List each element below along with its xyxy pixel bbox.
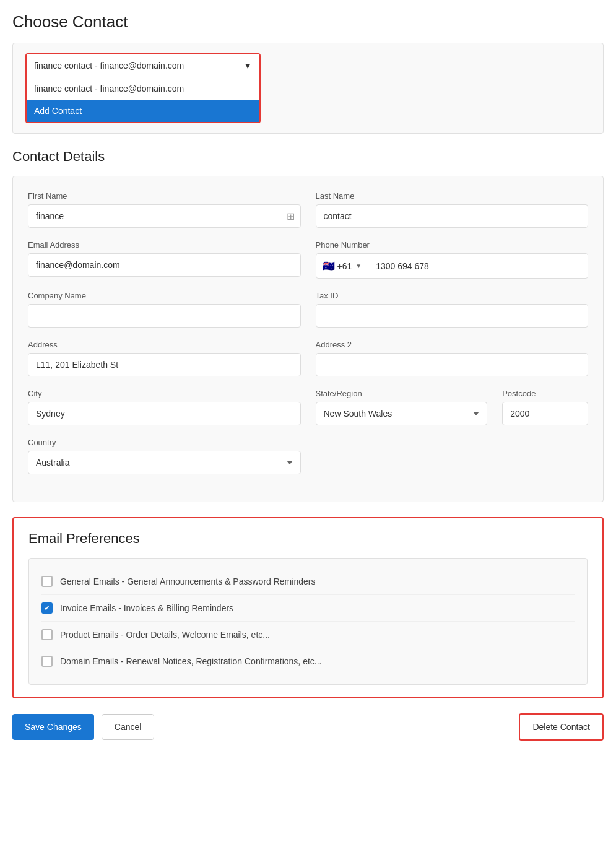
- company-label: Company Name: [28, 291, 301, 300]
- last-name-group: Last Name: [316, 191, 589, 228]
- tax-group: Tax ID: [316, 291, 589, 328]
- delete-contact-button[interactable]: Delete Contact: [519, 713, 604, 741]
- contact-option-add[interactable]: Add Contact: [27, 100, 259, 122]
- phone-code-arrow: ▼: [355, 263, 362, 269]
- email-label: Email Address: [28, 240, 301, 250]
- first-name-input-wrapper: ⊞: [28, 204, 301, 228]
- email-pref-invoice: Invoice Emails - Invoices & Billing Remi…: [41, 594, 575, 621]
- country-select[interactable]: Australia: [28, 451, 301, 474]
- country-label: Country: [28, 438, 301, 447]
- country-group: Country Australia: [28, 438, 301, 474]
- tax-input[interactable]: [316, 304, 589, 328]
- cancel-button[interactable]: Cancel: [102, 714, 155, 740]
- email-phone-row: Email Address Phone Number 🇦🇺 +61 ▼: [28, 240, 588, 279]
- email-pref-general: General Emails - General Announcements &…: [41, 568, 575, 594]
- email-pref-domain-checkbox[interactable]: [41, 656, 53, 667]
- tax-label: Tax ID: [316, 291, 589, 300]
- state-select[interactable]: New South Wales: [316, 402, 488, 425]
- email-pref-domain-label: Domain Emails - Renewal Notices, Registr…: [60, 656, 322, 666]
- email-group: Email Address: [28, 240, 301, 279]
- email-pref-product-label: Product Emails - Order Details, Welcome …: [60, 630, 270, 640]
- name-row: First Name ⊞ Last Name: [28, 191, 588, 228]
- state-postcode-row: State/Region New South Wales Postcode: [316, 389, 589, 425]
- phone-group: Phone Number 🇦🇺 +61 ▼: [316, 240, 589, 279]
- last-name-input[interactable]: [316, 204, 589, 228]
- company-tax-row: Company Name Tax ID: [28, 291, 588, 328]
- last-name-label: Last Name: [316, 191, 589, 201]
- country-row-spacer: [316, 438, 589, 474]
- email-pref-product: Product Emails - Order Details, Welcome …: [41, 621, 575, 648]
- city-input[interactable]: [28, 402, 301, 425]
- city-group: City: [28, 389, 301, 425]
- first-name-input[interactable]: [28, 204, 301, 228]
- state-group: State/Region New South Wales: [316, 389, 488, 425]
- country-row: Country Australia: [28, 438, 588, 474]
- save-button[interactable]: Save Changes: [12, 714, 94, 740]
- postcode-label: Postcode: [502, 389, 588, 398]
- postcode-input[interactable]: [502, 402, 588, 425]
- email-pref-general-checkbox[interactable]: [41, 576, 53, 587]
- contact-dropdown-selected[interactable]: finance contact - finance@domain.com ▼: [27, 54, 259, 77]
- company-group: Company Name: [28, 291, 301, 328]
- phone-country-code: +61: [337, 261, 352, 271]
- address-label: Address: [28, 340, 301, 349]
- postcode-group: Postcode: [502, 389, 588, 425]
- email-pref-domain: Domain Emails - Renewal Notices, Registr…: [41, 648, 575, 674]
- city-state-row: City State/Region New South Wales Postco…: [28, 389, 588, 425]
- contact-selector-card: finance contact - finance@domain.com ▼ f…: [12, 43, 604, 134]
- first-name-label: First Name: [28, 191, 301, 201]
- company-input[interactable]: [28, 304, 301, 328]
- email-pref-general-label: General Emails - General Announcements &…: [60, 576, 315, 586]
- contact-dropdown-arrow: ▼: [243, 61, 252, 71]
- contact-dropdown-list: finance contact - finance@domain.com Add…: [27, 77, 259, 122]
- phone-number-input[interactable]: [368, 255, 588, 277]
- email-preferences-section: Email Preferences General Emails - Gener…: [12, 517, 604, 698]
- email-pref-invoice-checkbox[interactable]: [41, 602, 53, 614]
- address2-input[interactable]: [316, 353, 589, 376]
- city-label: City: [28, 389, 301, 398]
- state-label: State/Region: [316, 389, 488, 398]
- contact-dropdown-value: finance contact - finance@domain.com: [34, 61, 184, 71]
- email-pref-invoice-label: Invoice Emails - Invoices & Billing Remi…: [60, 603, 233, 613]
- email-prefs-title: Email Preferences: [28, 531, 588, 547]
- phone-input-wrapper: 🇦🇺 +61 ▼: [316, 253, 589, 279]
- phone-country-selector[interactable]: 🇦🇺 +61 ▼: [316, 254, 369, 278]
- address2-group: Address 2: [316, 340, 589, 376]
- action-left-group: Save Changes Cancel: [12, 714, 154, 740]
- contact-details-card: First Name ⊞ Last Name Email Address Pho…: [12, 176, 604, 502]
- page-title: Choose Contact: [12, 12, 604, 32]
- first-name-group: First Name ⊞: [28, 191, 301, 228]
- state-postcode-group: State/Region New South Wales Postcode: [316, 389, 589, 425]
- address-input[interactable]: [28, 353, 301, 376]
- contact-option-1[interactable]: finance contact - finance@domain.com: [27, 77, 259, 100]
- email-input[interactable]: [28, 253, 301, 277]
- contact-dropdown[interactable]: finance contact - finance@domain.com ▼ f…: [25, 53, 261, 123]
- address-group: Address: [28, 340, 301, 376]
- flag-icon: 🇦🇺: [323, 260, 335, 272]
- action-row: Save Changes Cancel Delete Contact: [12, 713, 604, 741]
- phone-label: Phone Number: [316, 240, 589, 250]
- contact-card-icon: ⊞: [287, 211, 295, 222]
- contact-details-title: Contact Details: [12, 149, 604, 165]
- address2-label: Address 2: [316, 340, 589, 349]
- address-row: Address Address 2: [28, 340, 588, 376]
- email-prefs-card: General Emails - General Announcements &…: [28, 558, 588, 685]
- email-pref-product-checkbox[interactable]: [41, 629, 53, 640]
